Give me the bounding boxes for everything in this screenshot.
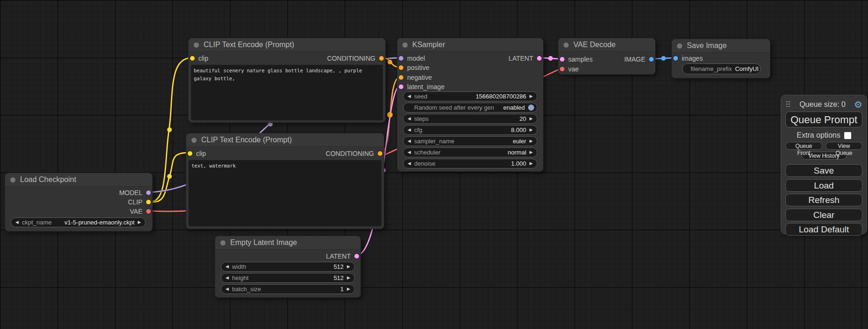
steps-widget[interactable]: ◀ steps 20 ▶ (403, 114, 537, 124)
node-titlebar[interactable]: CLIP Text Encode (Prompt) (189, 38, 385, 52)
width-widget[interactable]: ◀ width 512 ▶ (221, 262, 355, 272)
next-arrow-icon[interactable]: ▶ (347, 265, 350, 269)
next-arrow-icon[interactable]: ▶ (529, 139, 533, 143)
node-titlebar[interactable]: KSampler (397, 38, 543, 52)
drag-handle-icon[interactable] (786, 101, 791, 108)
model-port-dot-icon[interactable] (146, 190, 151, 195)
clip-input-port[interactable]: clip (190, 54, 208, 63)
collapse-dot-icon[interactable] (564, 42, 569, 48)
random-seed-toggle-widget[interactable]: Random seed after every gen enabled (403, 103, 537, 112)
node-empty-latent-image[interactable]: Empty Latent Image LATENT ◀ width 512 ▶ … (215, 236, 361, 298)
negative-prompt-textarea[interactable]: text, watermark (189, 160, 381, 226)
prev-arrow-icon[interactable]: ◀ (226, 287, 229, 291)
latent-port-dot-icon[interactable] (537, 56, 542, 61)
prev-arrow-icon[interactable]: ◀ (408, 161, 411, 166)
toggle-dot-icon[interactable] (528, 105, 534, 111)
prev-arrow-icon[interactable]: ◀ (408, 150, 411, 154)
collapse-dot-icon[interactable] (402, 42, 408, 48)
node-titlebar[interactable]: Save Image (672, 39, 770, 53)
ckpt-name-widget[interactable]: ◀ ckpt_name v1-5-pruned-emaonly.ckpt ▶ (11, 217, 146, 227)
model-input-port[interactable]: model (399, 54, 425, 63)
queue-front-button[interactable]: Queue Front (785, 142, 822, 150)
collapse-dot-icon[interactable] (194, 42, 199, 48)
image-port-dot-icon[interactable] (673, 56, 678, 61)
load-button[interactable]: Load (785, 179, 862, 192)
model-port-dot-icon[interactable] (399, 56, 403, 61)
node-clip-text-encode-positive[interactable]: CLIP Text Encode (Prompt) clip CONDITION… (188, 38, 386, 123)
clip-port-dot-icon[interactable] (190, 56, 195, 61)
positive-prompt-textarea[interactable]: beautiful scenery nature glass bottle la… (191, 65, 383, 120)
node-clip-text-encode-negative[interactable]: CLIP Text Encode (Prompt) clip CONDITION… (186, 133, 384, 229)
conditioning-port-dot-icon[interactable] (399, 65, 403, 70)
collapse-dot-icon[interactable] (191, 138, 197, 143)
extra-options-checkbox[interactable] (844, 132, 851, 139)
denoise-widget[interactable]: ◀ denoise 1.000 ▶ (403, 159, 537, 168)
clear-button[interactable]: Clear (785, 209, 862, 221)
prev-arrow-icon[interactable]: ◀ (226, 276, 229, 280)
prev-arrow-icon[interactable]: ◀ (408, 94, 411, 98)
next-arrow-icon[interactable]: ▶ (529, 150, 533, 154)
next-arrow-icon[interactable]: ▶ (529, 128, 533, 132)
samples-input-port[interactable]: samples (560, 55, 593, 64)
image-output-port[interactable]: IMAGE (624, 55, 654, 64)
conditioning-output-port[interactable]: CONDITIONING (326, 149, 382, 158)
vae-port-dot-icon[interactable] (560, 67, 565, 71)
conditioning-port-dot-icon[interactable] (399, 75, 403, 80)
latent-output-port[interactable]: LATENT (508, 54, 542, 63)
node-save-image[interactable]: Save Image images filename_prefix ComfyU… (671, 39, 770, 78)
filename-prefix-widget[interactable]: filename_prefix ComfyUI (682, 63, 761, 74)
latent-port-dot-icon[interactable] (560, 57, 565, 62)
queue-prompt-button[interactable]: Queue Prompt (785, 112, 862, 127)
next-arrow-icon[interactable]: ▶ (347, 276, 350, 280)
next-arrow-icon[interactable]: ▶ (138, 220, 141, 224)
next-arrow-icon[interactable]: ▶ (529, 161, 533, 166)
node-titlebar[interactable]: Load Checkpoint (5, 173, 152, 187)
node-titlebar[interactable]: Empty Latent Image (215, 236, 360, 250)
next-arrow-icon[interactable]: ▶ (347, 287, 350, 291)
latent-output-port[interactable]: LATENT (326, 252, 359, 261)
conditioning-port-dot-icon[interactable] (379, 56, 384, 61)
latent-port-dot-icon[interactable] (354, 254, 359, 259)
settings-gear-icon[interactable]: ⚙ (854, 100, 862, 109)
sampler-name-widget[interactable]: ◀ sampler_name euler ▶ (403, 136, 537, 146)
positive-input-port[interactable]: positive (399, 63, 429, 72)
prev-arrow-icon[interactable]: ◀ (408, 117, 411, 121)
prev-arrow-icon[interactable]: ◀ (226, 265, 229, 269)
clip-port-dot-icon[interactable] (146, 200, 151, 204)
scheduler-widget[interactable]: ◀ scheduler normal ▶ (403, 147, 537, 157)
seed-widget[interactable]: ◀ seed 156680208700286 ▶ (403, 91, 537, 101)
images-input-port[interactable]: images (673, 54, 703, 63)
latent-port-dot-icon[interactable] (399, 84, 403, 89)
batch-size-widget[interactable]: ◀ batch_size 1 ▶ (221, 284, 355, 294)
latent-image-input-port[interactable]: latent_image (399, 82, 445, 91)
clip-output-port[interactable]: CLIP (128, 197, 151, 207)
node-ksampler[interactable]: KSampler model positive negative latent_… (397, 38, 543, 172)
model-output-port[interactable]: MODEL (119, 188, 151, 197)
refresh-button[interactable]: Refresh (785, 194, 862, 206)
collapse-dot-icon[interactable] (220, 240, 226, 245)
node-titlebar[interactable]: VAE Decode (558, 38, 655, 52)
node-titlebar[interactable]: CLIP Text Encode (Prompt) (186, 133, 384, 147)
vae-port-dot-icon[interactable] (146, 209, 151, 214)
vae-input-port[interactable]: vae (560, 64, 579, 74)
conditioning-output-port[interactable]: CONDITIONING (327, 54, 384, 63)
prev-arrow-icon[interactable]: ◀ (15, 220, 19, 224)
save-button[interactable]: Save (785, 164, 862, 177)
node-load-checkpoint[interactable]: Load Checkpoint MODEL CLIP VAE ◀ ckpt_na… (5, 173, 153, 231)
clip-port-dot-icon[interactable] (188, 151, 192, 156)
prev-arrow-icon[interactable]: ◀ (408, 139, 411, 143)
collapse-dot-icon[interactable] (677, 43, 682, 49)
view-queue-button[interactable]: View Queue (826, 142, 862, 150)
image-port-dot-icon[interactable] (649, 57, 654, 62)
prev-arrow-icon[interactable]: ◀ (408, 128, 411, 132)
next-arrow-icon[interactable]: ▶ (529, 117, 533, 121)
cfg-widget[interactable]: ◀ cfg 8.000 ▶ (403, 125, 537, 135)
collapse-dot-icon[interactable] (10, 177, 15, 182)
vae-output-port[interactable]: VAE (130, 207, 151, 216)
height-widget[interactable]: ◀ height 512 ▶ (221, 273, 355, 283)
clip-input-port[interactable]: clip (188, 149, 206, 158)
node-graph-canvas[interactable]: Load Checkpoint MODEL CLIP VAE ◀ ckpt_na… (0, 0, 868, 329)
load-default-button[interactable]: Load Default (785, 223, 862, 236)
conditioning-port-dot-icon[interactable] (378, 151, 382, 156)
node-vae-decode[interactable]: VAE Decode samples vae IMAGE (558, 38, 656, 75)
